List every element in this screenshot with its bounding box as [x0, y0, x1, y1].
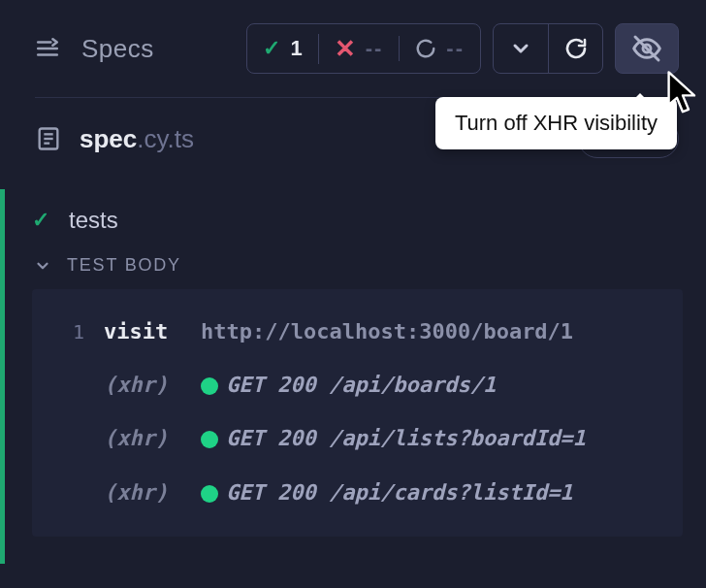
stat-failed: ✕ -- — [318, 34, 400, 64]
log-row[interactable]: (xhr) GET 200 /api/lists?boardId=1 — [44, 411, 661, 465]
status-dot-icon — [201, 377, 218, 395]
log-message: GET 200 /api/lists?boardId=1 — [201, 421, 586, 455]
eye-off-icon — [631, 33, 662, 64]
test-title-row[interactable]: ✓ tests — [32, 207, 683, 234]
chevron-down-icon — [34, 257, 51, 275]
test-stats: ✓ 1 ✕ -- -- — [246, 23, 481, 74]
log-row[interactable]: (xhr) GET 200 /api/cards?listId=1 — [44, 466, 661, 519]
run-controls — [493, 23, 603, 74]
stat-pending: -- — [399, 36, 480, 61]
test-body-header[interactable]: TEST BODY — [32, 255, 683, 276]
log-message: GET 200 /api/boards/1 — [201, 368, 496, 402]
log-index: 1 — [44, 316, 84, 347]
check-icon: ✓ — [263, 36, 280, 61]
spec-filename: spec.cy.ts — [80, 124, 194, 154]
stat-passed-value: 1 — [290, 36, 302, 61]
log-command: (xhr) — [104, 421, 181, 455]
stat-failed-value: -- — [366, 36, 384, 61]
spec-name-base: spec — [80, 124, 137, 153]
log-row[interactable]: (xhr) GET 200 /api/boards/1 — [44, 358, 661, 411]
test-block: ✓ tests TEST BODY 1 visit http://localho… — [0, 189, 706, 564]
top-bar-left: Specs — [35, 34, 154, 64]
xhr-visibility-toggle[interactable] — [615, 23, 679, 74]
specs-nav-icon[interactable] — [35, 36, 60, 61]
top-bar: Specs ✓ 1 ✕ -- -- — [0, 0, 706, 97]
xhr-tooltip: Turn off XHR visibility — [435, 97, 677, 149]
pending-icon — [415, 38, 436, 59]
reload-button[interactable] — [548, 24, 602, 73]
status-dot-icon — [201, 485, 218, 503]
log-message: GET 200 /api/cards?listId=1 — [201, 475, 573, 509]
reload-icon — [564, 37, 588, 60]
check-icon: ✓ — [32, 208, 49, 233]
status-dot-icon — [201, 431, 218, 448]
test-title: tests — [69, 207, 118, 234]
x-icon: ✕ — [335, 34, 356, 64]
document-icon — [35, 125, 62, 152]
stat-passed: ✓ 1 — [247, 36, 317, 61]
spec-name-ext: .cy.ts — [137, 124, 194, 153]
top-bar-right: ✓ 1 ✕ -- -- — [246, 23, 679, 74]
log-row[interactable]: 1 visit http://localhost:3000/board/1 — [44, 305, 661, 358]
command-log: 1 visit http://localhost:3000/board/1 (x… — [32, 289, 683, 537]
next-button[interactable] — [494, 24, 548, 73]
test-body-label: TEST BODY — [67, 255, 181, 276]
page-title: Specs — [81, 34, 154, 64]
log-message: http://localhost:3000/board/1 — [201, 314, 573, 348]
log-command: (xhr) — [104, 475, 181, 509]
log-command: visit — [104, 314, 181, 348]
chevron-down-icon — [509, 37, 532, 60]
log-command: (xhr) — [104, 368, 181, 402]
stat-pending-value: -- — [446, 36, 465, 61]
